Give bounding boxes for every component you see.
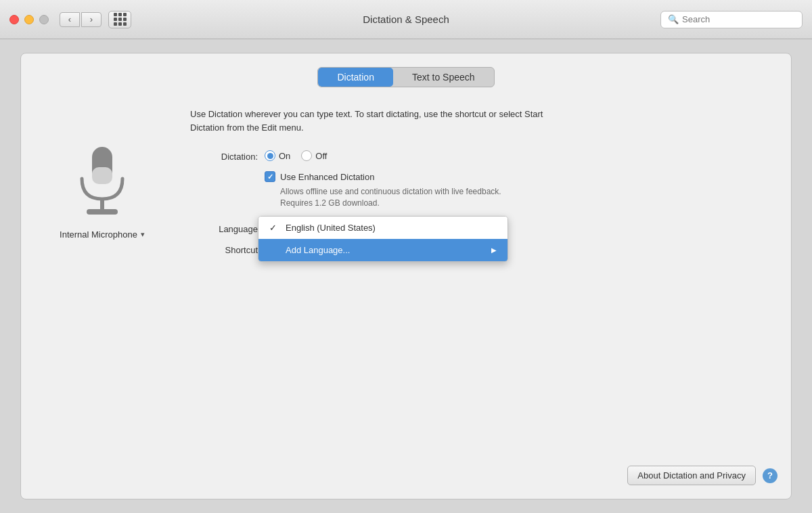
off-label: Off — [315, 151, 327, 161]
search-icon: 🔍 — [668, 14, 679, 24]
enhanced-checkbox-row: ✓ Use Enhanced Dictation — [265, 171, 510, 182]
search-bar[interactable]: 🔍 — [660, 11, 803, 28]
checkmark-icon: ✓ — [269, 223, 280, 233]
microphone-selector[interactable]: Internal Microphone ▾ — [60, 229, 145, 240]
tab-bar: Dictation Text to Speech — [35, 67, 777, 87]
title-bar: ‹ › Dictation & Speech 🔍 — [0, 0, 812, 39]
left-side: Internal Microphone ▾ — [35, 101, 170, 478]
window-title: Dictation & Speech — [363, 14, 449, 25]
help-button[interactable]: ? — [763, 468, 777, 483]
about-privacy-button[interactable]: About Dictation and Privacy — [627, 466, 756, 485]
enhanced-subtext: Allows offline use and continuous dictat… — [280, 186, 510, 209]
dictation-off-option[interactable]: Off — [301, 150, 327, 161]
nav-buttons: ‹ › — [60, 12, 102, 27]
language-label: Language — [190, 223, 258, 234]
grid-icon — [114, 13, 127, 26]
language-dropdown[interactable]: ✓ English (United States) Add Language..… — [258, 216, 508, 262]
shortcut-label: Shortcut — [190, 244, 258, 255]
microphone-chevron-icon: ▾ — [141, 230, 145, 239]
enhanced-section: ✓ Use Enhanced Dictation Allows offline … — [265, 171, 510, 209]
content-area: Dictation Text to Speech — [0, 39, 812, 513]
svg-rect-3 — [87, 209, 118, 215]
enhanced-label: Use Enhanced Dictation — [280, 172, 374, 182]
tab-text-to-speech[interactable]: Text to Speech — [393, 68, 494, 87]
add-language-label: Add Language... — [286, 245, 350, 255]
dictation-row: Dictation: On Off — [190, 150, 777, 162]
dictation-on-option[interactable]: On — [265, 150, 290, 161]
dictation-label: Dictation: — [190, 150, 258, 162]
tab-dictation[interactable]: Dictation — [318, 68, 392, 87]
main-panel: Dictation Text to Speech — [20, 53, 792, 499]
bottom-bar: About Dictation and Privacy ? — [627, 466, 777, 485]
svg-rect-1 — [92, 167, 112, 184]
enhanced-row: ✓ Use Enhanced Dictation Allows offline … — [265, 171, 777, 209]
forward-button[interactable]: › — [81, 12, 102, 27]
microphone-label: Internal Microphone — [60, 229, 137, 240]
close-button[interactable] — [9, 15, 19, 24]
grid-view-button[interactable] — [108, 11, 131, 28]
radio-on-button[interactable] — [265, 150, 275, 161]
minimize-button[interactable] — [24, 15, 34, 24]
panel-body: Internal Microphone ▾ Use Dictation wher… — [35, 101, 777, 478]
right-side: Use Dictation wherever you can type text… — [190, 101, 777, 478]
language-option-english[interactable]: ✓ English (United States) — [258, 217, 508, 239]
language-row: Language ✓ English (United States) Add L… — [190, 223, 777, 234]
checkbox-check-icon: ✓ — [267, 173, 273, 181]
english-option-label: English (United States) — [286, 223, 376, 233]
description-text: Use Dictation wherever you can type text… — [190, 108, 569, 134]
back-button[interactable]: ‹ — [60, 12, 80, 27]
maximize-button[interactable] — [39, 15, 49, 24]
microphone-icon — [72, 141, 133, 219]
on-label: On — [279, 151, 290, 161]
add-language-option[interactable]: Add Language... ▶ — [258, 239, 508, 261]
search-input[interactable] — [682, 14, 795, 24]
enhanced-checkbox[interactable]: ✓ — [265, 171, 275, 182]
traffic-lights — [9, 15, 49, 24]
radio-on-inner — [267, 153, 273, 159]
add-language-arrow-icon: ▶ — [491, 246, 497, 254]
tab-container: Dictation Text to Speech — [317, 67, 494, 87]
dictation-radio-group: On Off — [265, 150, 327, 161]
radio-off-button[interactable] — [301, 150, 312, 161]
